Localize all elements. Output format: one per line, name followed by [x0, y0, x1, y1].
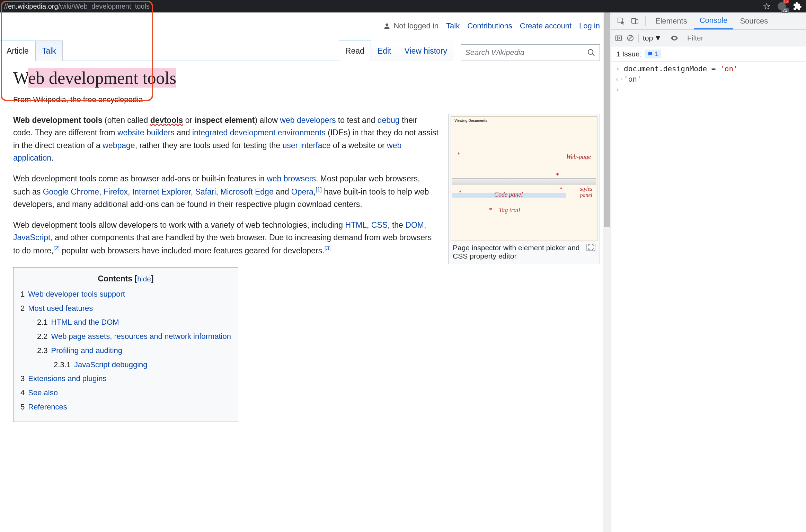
toc-link[interactable]: Profiling and auditing: [51, 346, 122, 355]
toc-number: 4: [20, 388, 25, 397]
toc-number: 5: [20, 403, 25, 411]
console-filter-input[interactable]: [687, 34, 803, 42]
not-logged-in-label: Not logged in: [383, 21, 439, 30]
toc-link[interactable]: JavaScript debugging: [74, 360, 148, 369]
link-edge[interactable]: Microsoft Edge: [220, 187, 273, 196]
ext-badge-count: 72: [781, 8, 789, 13]
link-debug[interactable]: debug: [378, 116, 400, 125]
link-firefox[interactable]: Firefox: [104, 187, 128, 196]
inspect-element-icon[interactable]: [615, 15, 627, 27]
tab-view-history[interactable]: View history: [398, 40, 454, 61]
chevron-right-icon: ›: [615, 65, 620, 73]
link-web-browsers[interactable]: web browsers: [267, 174, 316, 183]
link-ie[interactable]: Internet Explorer: [132, 187, 191, 196]
nav-talk-link[interactable]: Talk: [446, 21, 460, 30]
live-expression-eye-icon[interactable]: [670, 34, 679, 42]
clear-console-icon[interactable]: [627, 34, 634, 42]
link-chrome[interactable]: Google Chrome: [43, 187, 99, 196]
devtools-tab-console[interactable]: Console: [694, 12, 733, 29]
thumb-label-codepanel: Code panel: [494, 191, 523, 198]
nav-contributions-link[interactable]: Contributions: [467, 21, 512, 30]
toc-item[interactable]: 1Web developer tools support: [20, 288, 231, 300]
toc-item[interactable]: 2.3Profiling and auditing: [20, 345, 231, 357]
divider: [666, 34, 666, 43]
link-ide[interactable]: integrated development environments: [192, 128, 326, 137]
link-website-builders[interactable]: website builders: [117, 128, 175, 137]
wiki-user-nav: Not logged in Talk Contributions Create …: [0, 12, 611, 39]
devtools-tab-elements[interactable]: Elements: [650, 13, 693, 29]
link-opera[interactable]: Opera: [291, 187, 313, 196]
thumb-label-tagtrail: Tag trail: [499, 207, 520, 214]
thumbnail-box: Viewing Documents Web-page Code panel st…: [448, 114, 600, 264]
svg-point-12: [674, 37, 675, 39]
toc-hide-brackets: [: [134, 274, 137, 283]
toc-hide-link[interactable]: hide: [137, 275, 151, 283]
paragraph-2: Web development tools come as browser ad…: [13, 172, 439, 210]
context-selector[interactable]: top ▼: [643, 34, 662, 42]
device-toggle-icon[interactable]: [629, 15, 641, 27]
toc-item[interactable]: 4See also: [20, 387, 231, 399]
console-output-line: ‹· 'on': [615, 74, 803, 84]
wikipedia-page: Not logged in Talk Contributions Create …: [0, 12, 611, 532]
toc-link[interactable]: HTML and the DOM: [51, 318, 119, 326]
search-box[interactable]: [461, 44, 600, 61]
toc-link[interactable]: Most used features: [28, 304, 93, 313]
toc-link[interactable]: References: [28, 403, 67, 411]
issue-chip[interactable]: 1: [645, 49, 662, 58]
toc-link[interactable]: See also: [28, 388, 58, 397]
vertical-scrollbar[interactable]: [603, 12, 611, 532]
toc-link[interactable]: Web developer tools support: [28, 290, 125, 298]
tab-article[interactable]: Article: [0, 40, 35, 61]
svg-line-11: [629, 36, 632, 40]
toc-item[interactable]: 2.2Web page assets, resources and networ…: [20, 331, 231, 343]
thumbnail-image[interactable]: Viewing Documents Web-page Code panel st…: [451, 116, 597, 241]
p1-bold3: inspect element: [195, 116, 255, 125]
link-dom[interactable]: DOM: [405, 220, 424, 229]
divider: [645, 16, 646, 26]
tab-talk[interactable]: Talk: [35, 40, 63, 61]
citation-2[interactable]: [2]: [53, 245, 60, 251]
nav-login-link[interactable]: Log in: [579, 21, 600, 30]
toc-item[interactable]: 2.3.1JavaScript debugging: [20, 359, 231, 371]
citation-3[interactable]: [3]: [325, 245, 331, 251]
bookmark-star-icon[interactable]: ☆: [763, 1, 771, 12]
devtools-tabs: Elements Console Sources: [611, 12, 806, 30]
console-sidebar-toggle-icon[interactable]: [615, 34, 622, 42]
tab-read[interactable]: Read: [339, 40, 371, 61]
devtools-tab-sources[interactable]: Sources: [734, 13, 773, 29]
toc-item[interactable]: 3Extensions and plugins: [20, 373, 231, 385]
link-web-developers[interactable]: web developers: [280, 116, 336, 125]
citation-1[interactable]: [1]: [316, 187, 322, 192]
link-safari[interactable]: Safari: [195, 187, 216, 196]
link-css[interactable]: CSS: [371, 220, 388, 229]
toc-number: 2.3.1: [54, 360, 71, 369]
link-javascript[interactable]: JavaScript: [13, 233, 50, 242]
search-icon[interactable]: [587, 48, 595, 57]
toc-number: 2.2: [37, 332, 48, 341]
nav-create-account-link[interactable]: Create account: [520, 21, 572, 30]
extensions-puzzle-icon[interactable]: [793, 2, 802, 11]
thumb-asterisk: *: [457, 151, 460, 159]
enlarge-icon[interactable]: ⛶: [586, 244, 595, 251]
tab-edit[interactable]: Edit: [371, 40, 398, 61]
link-webpage[interactable]: webpage: [103, 141, 135, 150]
issues-bar[interactable]: 1 Issue: 1: [611, 46, 806, 62]
toc-item[interactable]: 5References: [20, 401, 231, 413]
link-html[interactable]: HTML: [345, 220, 367, 229]
toc-number: 2: [20, 304, 25, 313]
search-input[interactable]: [465, 48, 587, 57]
extension-badge[interactable]: 16 72: [777, 1, 787, 11]
console-output[interactable]: › document.designMode = 'on' ‹· 'on' ›: [611, 62, 806, 532]
console-prompt-line[interactable]: ›: [615, 84, 803, 95]
toc-number: 1: [20, 290, 25, 298]
toc-item[interactable]: 2.1HTML and the DOM: [20, 316, 231, 328]
svg-point-1: [386, 24, 388, 26]
toc-item[interactable]: 2Most used features: [20, 303, 231, 315]
thumb-label-stylespanel: styles panel: [580, 186, 592, 198]
thumb-header-text: Viewing Documents: [454, 119, 487, 123]
toc-link[interactable]: Web page assets, resources and network i…: [51, 332, 231, 341]
toc-link[interactable]: Extensions and plugins: [28, 374, 106, 383]
toc-number: 2.1: [37, 318, 48, 326]
link-user-interface[interactable]: user interface: [282, 141, 330, 150]
scrollbar-thumb[interactable]: [604, 12, 610, 227]
